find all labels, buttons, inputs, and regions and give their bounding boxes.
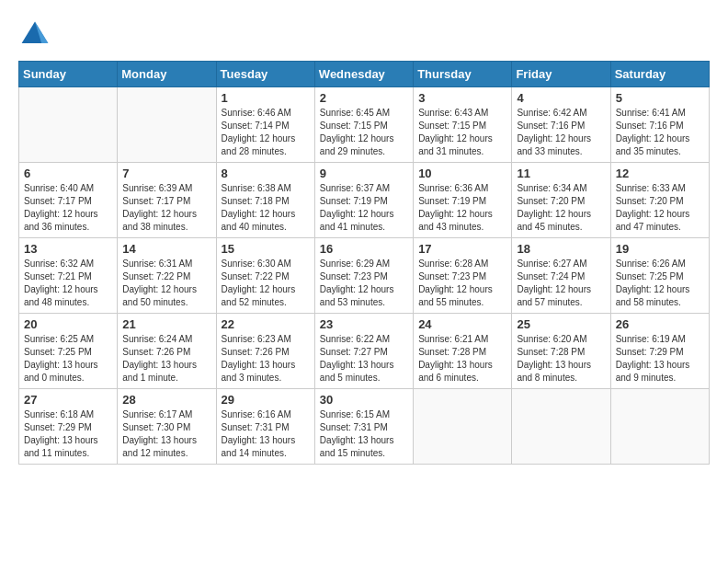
day-number: 11 [517, 167, 605, 180]
day-number: 28 [122, 393, 210, 407]
calendar-cell: 29Sunrise: 6:16 AM Sunset: 7:31 PM Dayli… [216, 389, 314, 465]
calendar-cell: 24Sunrise: 6:21 AM Sunset: 7:28 PM Dayli… [414, 314, 512, 389]
day-number: 13 [24, 242, 112, 256]
day-info: Sunrise: 6:29 AM Sunset: 7:23 PM Dayligh… [320, 258, 408, 309]
day-number: 5 [616, 91, 704, 105]
calendar-cell: 5Sunrise: 6:41 AM Sunset: 7:16 PM Daylig… [610, 87, 709, 163]
day-info: Sunrise: 6:42 AM Sunset: 7:16 PM Dayligh… [517, 107, 605, 158]
calendar-cell: 22Sunrise: 6:23 AM Sunset: 7:26 PM Dayli… [216, 314, 314, 389]
calendar-cell: 20Sunrise: 6:25 AM Sunset: 7:25 PM Dayli… [19, 314, 118, 389]
day-number: 6 [24, 167, 112, 180]
calendar-cell: 16Sunrise: 6:29 AM Sunset: 7:23 PM Dayli… [314, 238, 413, 314]
day-number: 22 [222, 317, 310, 331]
day-number: 14 [122, 242, 210, 256]
day-info: Sunrise: 6:22 AM Sunset: 7:27 PM Dayligh… [320, 333, 408, 385]
day-number: 4 [517, 91, 605, 105]
day-info: Sunrise: 6:45 AM Sunset: 7:15 PM Dayligh… [320, 107, 408, 158]
day-info: Sunrise: 6:17 AM Sunset: 7:30 PM Dayligh… [122, 408, 210, 460]
calendar-cell: 11Sunrise: 6:34 AM Sunset: 7:20 PM Dayli… [512, 163, 610, 238]
calendar-cell: 6Sunrise: 6:40 AM Sunset: 7:17 PM Daylig… [19, 163, 118, 238]
day-info: Sunrise: 6:24 AM Sunset: 7:26 PM Dayligh… [122, 333, 210, 385]
day-info: Sunrise: 6:28 AM Sunset: 7:23 PM Dayligh… [418, 258, 506, 309]
day-info: Sunrise: 6:37 AM Sunset: 7:19 PM Dayligh… [320, 182, 408, 234]
calendar-cell: 18Sunrise: 6:27 AM Sunset: 7:24 PM Dayli… [512, 238, 610, 314]
calendar-header-row: SundayMondayTuesdayWednesdayThursdayFrid… [19, 62, 710, 87]
day-number: 1 [222, 91, 310, 105]
day-number: 7 [122, 167, 210, 180]
calendar-week-row: 6Sunrise: 6:40 AM Sunset: 7:17 PM Daylig… [19, 163, 710, 238]
logo [18, 18, 57, 52]
day-number: 9 [320, 167, 408, 180]
day-number: 3 [418, 91, 506, 105]
page-header [18, 18, 710, 52]
day-number: 18 [517, 242, 605, 256]
day-info: Sunrise: 6:46 AM Sunset: 7:14 PM Dayligh… [222, 107, 310, 158]
day-info: Sunrise: 6:15 AM Sunset: 7:31 PM Dayligh… [320, 408, 408, 460]
calendar-cell: 30Sunrise: 6:15 AM Sunset: 7:31 PM Dayli… [314, 389, 413, 465]
calendar-cell: 4Sunrise: 6:42 AM Sunset: 7:16 PM Daylig… [512, 87, 610, 163]
day-number: 17 [418, 242, 506, 256]
header-saturday: Saturday [610, 62, 709, 87]
calendar-week-row: 20Sunrise: 6:25 AM Sunset: 7:25 PM Dayli… [19, 314, 710, 389]
day-info: Sunrise: 6:26 AM Sunset: 7:25 PM Dayligh… [616, 258, 704, 309]
day-info: Sunrise: 6:30 AM Sunset: 7:22 PM Dayligh… [222, 258, 310, 309]
calendar-cell: 19Sunrise: 6:26 AM Sunset: 7:25 PM Dayli… [610, 238, 709, 314]
day-info: Sunrise: 6:33 AM Sunset: 7:20 PM Dayligh… [616, 182, 704, 234]
day-number: 27 [24, 393, 112, 407]
calendar-table: SundayMondayTuesdayWednesdayThursdayFrid… [18, 61, 710, 465]
day-info: Sunrise: 6:23 AM Sunset: 7:26 PM Dayligh… [222, 333, 310, 385]
calendar-cell: 15Sunrise: 6:30 AM Sunset: 7:22 PM Dayli… [216, 238, 314, 314]
calendar-cell: 26Sunrise: 6:19 AM Sunset: 7:29 PM Dayli… [610, 314, 709, 389]
day-info: Sunrise: 6:38 AM Sunset: 7:18 PM Dayligh… [222, 182, 310, 234]
day-info: Sunrise: 6:31 AM Sunset: 7:22 PM Dayligh… [122, 258, 210, 309]
day-number: 20 [24, 317, 112, 331]
calendar-cell: 3Sunrise: 6:43 AM Sunset: 7:15 PM Daylig… [414, 87, 512, 163]
calendar-cell: 21Sunrise: 6:24 AM Sunset: 7:26 PM Dayli… [118, 314, 216, 389]
calendar-cell: 27Sunrise: 6:18 AM Sunset: 7:29 PM Dayli… [19, 389, 118, 465]
day-info: Sunrise: 6:16 AM Sunset: 7:31 PM Dayligh… [222, 408, 310, 460]
calendar-cell: 10Sunrise: 6:36 AM Sunset: 7:19 PM Dayli… [414, 163, 512, 238]
calendar-cell: 14Sunrise: 6:31 AM Sunset: 7:22 PM Dayli… [118, 238, 216, 314]
day-number: 30 [320, 393, 408, 407]
header-monday: Monday [118, 62, 216, 87]
day-number: 21 [122, 317, 210, 331]
calendar-cell: 13Sunrise: 6:32 AM Sunset: 7:21 PM Dayli… [19, 238, 118, 314]
day-number: 16 [320, 242, 408, 256]
day-number: 19 [616, 242, 704, 256]
day-info: Sunrise: 6:18 AM Sunset: 7:29 PM Dayligh… [24, 408, 112, 460]
calendar-cell [512, 389, 610, 465]
day-info: Sunrise: 6:36 AM Sunset: 7:19 PM Dayligh… [418, 182, 506, 234]
calendar-cell: 17Sunrise: 6:28 AM Sunset: 7:23 PM Dayli… [414, 238, 512, 314]
calendar-cell [414, 389, 512, 465]
day-info: Sunrise: 6:25 AM Sunset: 7:25 PM Dayligh… [24, 333, 112, 385]
calendar-cell: 28Sunrise: 6:17 AM Sunset: 7:30 PM Dayli… [118, 389, 216, 465]
day-number: 23 [320, 317, 408, 331]
calendar-week-row: 13Sunrise: 6:32 AM Sunset: 7:21 PM Dayli… [19, 238, 710, 314]
calendar-cell: 12Sunrise: 6:33 AM Sunset: 7:20 PM Dayli… [610, 163, 709, 238]
day-info: Sunrise: 6:34 AM Sunset: 7:20 PM Dayligh… [517, 182, 605, 234]
day-info: Sunrise: 6:40 AM Sunset: 7:17 PM Dayligh… [24, 182, 112, 234]
day-number: 24 [418, 317, 506, 331]
day-info: Sunrise: 6:21 AM Sunset: 7:28 PM Dayligh… [418, 333, 506, 385]
day-info: Sunrise: 6:20 AM Sunset: 7:28 PM Dayligh… [517, 333, 605, 385]
day-number: 12 [616, 167, 704, 180]
calendar-cell: 8Sunrise: 6:38 AM Sunset: 7:18 PM Daylig… [216, 163, 314, 238]
header-tuesday: Tuesday [216, 62, 314, 87]
day-info: Sunrise: 6:19 AM Sunset: 7:29 PM Dayligh… [616, 333, 704, 385]
calendar-week-row: 1Sunrise: 6:46 AM Sunset: 7:14 PM Daylig… [19, 87, 710, 163]
day-info: Sunrise: 6:39 AM Sunset: 7:17 PM Dayligh… [122, 182, 210, 234]
day-number: 29 [222, 393, 310, 407]
header-wednesday: Wednesday [314, 62, 413, 87]
calendar-cell [19, 87, 118, 163]
calendar-cell: 2Sunrise: 6:45 AM Sunset: 7:15 PM Daylig… [314, 87, 413, 163]
day-info: Sunrise: 6:43 AM Sunset: 7:15 PM Dayligh… [418, 107, 506, 158]
logo-icon [18, 18, 51, 52]
day-number: 15 [222, 242, 310, 256]
calendar-cell [118, 87, 216, 163]
header-thursday: Thursday [414, 62, 512, 87]
calendar-cell: 25Sunrise: 6:20 AM Sunset: 7:28 PM Dayli… [512, 314, 610, 389]
day-number: 26 [616, 317, 704, 331]
calendar-cell: 7Sunrise: 6:39 AM Sunset: 7:17 PM Daylig… [118, 163, 216, 238]
calendar-cell: 1Sunrise: 6:46 AM Sunset: 7:14 PM Daylig… [216, 87, 314, 163]
day-number: 25 [517, 317, 605, 331]
